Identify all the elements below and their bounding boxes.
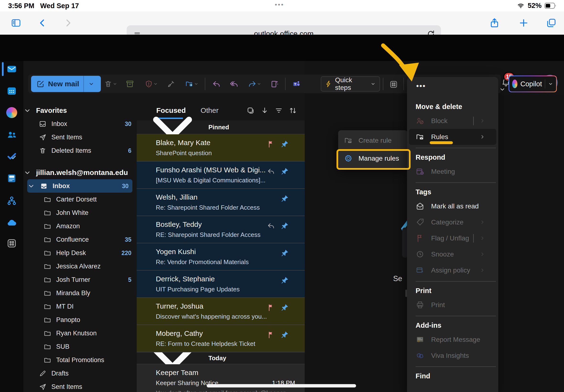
forward-icon[interactable] <box>248 80 257 88</box>
submenu-item-create-rule[interactable]: Create rule <box>338 131 407 149</box>
menu-item-viva-insights[interactable]: Viva Insights <box>407 348 498 364</box>
copilot-button[interactable]: Copilot <box>509 76 557 92</box>
pin-icon[interactable] <box>281 276 289 284</box>
org-chart-app-icon[interactable] <box>6 195 17 206</box>
quick-steps-button[interactable]: Quick steps <box>321 76 380 92</box>
chevron-down-icon[interactable] <box>194 82 199 86</box>
reply-icon[interactable] <box>212 80 221 88</box>
folder-item-help-desk[interactable]: Help Desk220 <box>23 246 137 260</box>
message-row[interactable]: Bostley, Teddy RE: Sharepoint Shared Fol… <box>137 216 305 243</box>
folder-item-panopto[interactable]: Panopto <box>23 313 137 326</box>
menu-section-header-print: Print <box>407 284 498 297</box>
menu-item-categorize[interactable]: Categorize <box>407 214 498 230</box>
quick-access-grid-icon[interactable] <box>389 80 398 89</box>
people-app-icon[interactable] <box>6 129 17 140</box>
menu-item-meeting[interactable]: Meeting <box>407 164 498 180</box>
flag-icon[interactable] <box>267 304 275 312</box>
new-tab-icon[interactable] <box>518 18 529 28</box>
pin-icon[interactable] <box>281 167 289 175</box>
folder-item-drafts[interactable]: Drafts <box>23 367 137 380</box>
sidebar-toggle-icon[interactable] <box>11 18 22 28</box>
archive-icon[interactable] <box>125 80 134 88</box>
home-indicator[interactable] <box>207 384 356 388</box>
message-row[interactable]: Blake, Mary Kate SharePoint question <box>137 134 305 162</box>
menu-item-mark-all-as-read[interactable]: Mark all as read <box>407 198 498 214</box>
new-mail-dropdown[interactable] <box>84 76 99 92</box>
menu-item-flag-unflag[interactable]: Flag / Unflag <box>407 230 498 246</box>
report-icon[interactable] <box>144 80 153 88</box>
new-mail-button[interactable]: New mail <box>31 76 101 92</box>
menu-item-rules[interactable]: Rules <box>409 129 496 145</box>
share-icon[interactable] <box>489 17 500 29</box>
folder-item-jessica-alvarez[interactable]: Jessica Alvarez <box>23 260 137 273</box>
back-button[interactable] <box>38 18 47 28</box>
chevron-down-icon[interactable] <box>548 81 553 86</box>
submenu-item-manage-rules[interactable]: Manage rules <box>338 149 407 167</box>
filter-icon[interactable] <box>275 106 283 115</box>
chevron-down-icon[interactable] <box>257 82 261 86</box>
message-row[interactable]: Turner, Joshua Discover what's happening… <box>137 298 305 325</box>
section-header-pinned[interactable]: Pinned <box>137 120 305 134</box>
forward-button[interactable] <box>63 18 73 28</box>
account-header[interactable]: jillian.welsh@montana.edu <box>23 166 137 179</box>
ribbon-collapse-chevron-icon[interactable] <box>499 86 506 93</box>
more-options-button[interactable]: ••• <box>413 79 429 93</box>
message-row[interactable]: Moberg, Cathy RE: Form to Create Helpdes… <box>137 325 305 352</box>
message-row[interactable]: Derrick, Stephanie UIT Purchasing Page U… <box>137 271 305 298</box>
select-messages-icon[interactable] <box>246 106 255 115</box>
chevron-down-icon[interactable] <box>112 82 117 86</box>
todo-app-icon[interactable] <box>6 151 17 162</box>
journal-app-icon[interactable] <box>6 173 17 184</box>
message-row[interactable]: Keeper Team Keeper Sharing Notice 1:18 P… <box>137 364 305 392</box>
tabs-icon[interactable] <box>546 18 557 28</box>
delete-icon[interactable] <box>104 80 112 88</box>
mail-app-icon[interactable] <box>6 64 17 75</box>
teams-icon[interactable] <box>292 80 301 88</box>
mark-read-arrow-icon[interactable] <box>261 106 269 115</box>
folder-item-inbox-selected[interactable]: Inbox30 <box>27 179 132 193</box>
menu-item-print[interactable]: Print <box>407 297 498 313</box>
menu-item-assign-policy[interactable]: Assign policy <box>407 262 498 278</box>
menu-item-report-message[interactable]: Report Message <box>407 332 498 348</box>
reply-all-icon[interactable] <box>230 80 239 88</box>
favorite-item-deleted-items[interactable]: Deleted Items6 <box>23 144 137 157</box>
message-row[interactable]: Funsho Arashi (MSU Web & Digi... [MSU We… <box>137 162 305 189</box>
onedrive-app-icon[interactable] <box>6 218 17 228</box>
more-apps-icon[interactable] <box>6 238 17 249</box>
folder-item-sent-items[interactable]: Sent Items <box>23 380 137 392</box>
menu-item-snooze[interactable]: Snooze <box>407 246 498 262</box>
folder-item-mt-di[interactable]: MT DI <box>23 300 137 313</box>
calendar-app-icon[interactable] <box>6 85 17 97</box>
sort-icon[interactable] <box>289 106 297 115</box>
favorite-item-sent-items[interactable]: Sent Items <box>23 130 137 144</box>
flag-icon[interactable] <box>267 331 275 339</box>
new-mail-label: New mail <box>48 80 79 88</box>
folder-item-john-white[interactable]: John White <box>23 206 137 219</box>
pin-icon[interactable] <box>281 222 289 230</box>
favorite-item-inbox[interactable]: Inbox30 <box>23 117 137 130</box>
summarize-icon[interactable] <box>270 80 279 88</box>
sweep-icon[interactable] <box>166 80 175 88</box>
section-header-today[interactable]: Today <box>137 352 305 364</box>
menu-item-block[interactable]: Block <box>407 113 498 129</box>
message-row[interactable]: Yogen Kushi Re: Vendor Promotional Mater… <box>137 243 305 271</box>
favorites-header[interactable]: Favorites <box>23 104 137 117</box>
folder-item-ryan-knutson[interactable]: Ryan Knutson <box>23 326 137 340</box>
flag-icon[interactable] <box>267 140 275 148</box>
folder-item-carter-dorsett[interactable]: Carter Dorsett <box>23 193 137 206</box>
folder-item-miranda-bly[interactable]: Miranda Bly <box>23 286 137 300</box>
move-to-icon[interactable] <box>185 80 194 88</box>
folder-item-amazon[interactable]: Amazon <box>23 219 137 233</box>
chevron-down-icon[interactable] <box>153 82 158 86</box>
folder-item-total-promotions[interactable]: Total Promotions <box>23 353 137 367</box>
folder-item-confluence[interactable]: Confluence35 <box>23 233 137 246</box>
pin-icon[interactable] <box>281 331 289 339</box>
pin-icon[interactable] <box>281 195 289 203</box>
folder-item-josh-turner[interactable]: Josh Turner5 <box>23 273 137 286</box>
message-row[interactable]: Welsh, Jillian Re: Sharepoint Shared Fol… <box>137 189 305 216</box>
pin-icon[interactable] <box>281 140 289 148</box>
pin-icon[interactable] <box>281 304 289 312</box>
pin-icon[interactable] <box>281 249 289 257</box>
copilot-app-icon[interactable] <box>6 107 17 118</box>
folder-item-sub[interactable]: SUB <box>23 340 137 353</box>
